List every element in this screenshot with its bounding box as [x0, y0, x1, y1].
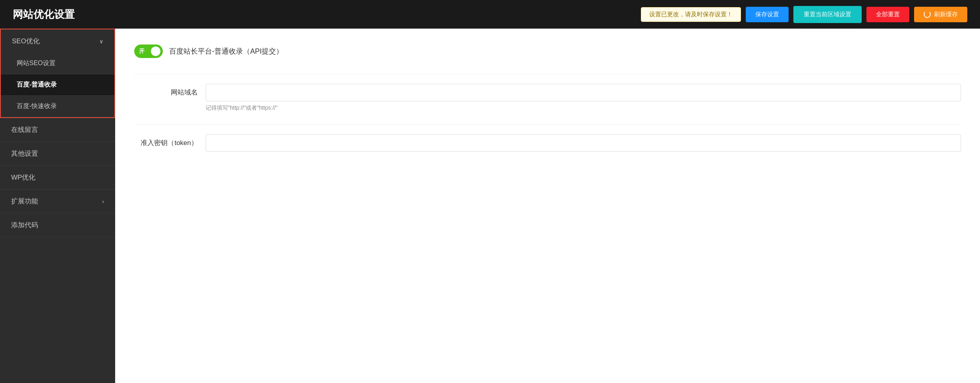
toggle-row: 开 百度站长平台-普通收录（API提交） — [134, 44, 961, 58]
refresh-icon — [924, 11, 931, 18]
token-input[interactable] — [206, 134, 961, 152]
chevron-down-icon: ∨ — [99, 38, 103, 44]
sidebar: SEO优化 ∨ 网站SEO设置 百度-普通收录 百度-快速收录 在线留言 其他设… — [0, 29, 115, 383]
divider — [134, 74, 961, 74]
save-button[interactable]: 保存设置 — [746, 7, 789, 22]
divider-2 — [134, 124, 961, 125]
sidebar-item-extend[interactable]: 扩展功能 › — [0, 190, 115, 213]
sidebar-item-seo-settings[interactable]: 网站SEO设置 — [1, 53, 114, 74]
form-row-domain: 网站域名 记得填写"http://"或者"https://" — [134, 84, 961, 112]
refresh-cache-button[interactable]: 刷新缓存 — [914, 7, 967, 22]
domain-input[interactable] — [206, 84, 961, 101]
sidebar-item-seo-label: SEO优化 — [12, 37, 40, 46]
label-domain: 网站域名 — [134, 84, 198, 97]
sidebar-item-wp[interactable]: WP优化 — [0, 166, 115, 190]
header-actions: 设置已更改，请及时保存设置！ 保存设置 重置当前区域设置 全部重置 刷新缓存 — [641, 6, 967, 23]
label-token: 准入密钥（token） — [134, 134, 198, 147]
toggle-switch[interactable]: 开 — [134, 44, 163, 58]
reset-all-button[interactable]: 全部重置 — [866, 7, 909, 22]
chevron-right-icon: › — [102, 198, 104, 205]
form-row-token: 准入密钥（token） — [134, 134, 961, 152]
layout: SEO优化 ∨ 网站SEO设置 百度-普通收录 百度-快速收录 在线留言 其他设… — [0, 29, 980, 383]
toggle-knob — [151, 46, 160, 56]
header: 网站优化设置 设置已更改，请及时保存设置！ 保存设置 重置当前区域设置 全部重置… — [0, 0, 980, 29]
token-field-wrap — [206, 134, 961, 152]
page-title: 网站优化设置 — [13, 8, 75, 21]
sidebar-item-message[interactable]: 在线留言 — [0, 118, 115, 142]
sidebar-group-seo: SEO优化 ∨ 网站SEO设置 百度-普通收录 百度-快速收录 — [0, 29, 115, 118]
sidebar-item-other[interactable]: 其他设置 — [0, 142, 115, 166]
main-content: 开 百度站长平台-普通收录（API提交） 网站域名 记得填写"http://"或… — [115, 29, 980, 383]
domain-hint: 记得填写"http://"或者"https://" — [206, 104, 961, 112]
reset-section-button[interactable]: 重置当前区域设置 — [793, 6, 862, 23]
section-title: 百度站长平台-普通收录（API提交） — [169, 46, 283, 56]
domain-field-wrap: 记得填写"http://"或者"https://" — [206, 84, 961, 112]
sidebar-item-baidu-fast[interactable]: 百度-快速收录 — [1, 96, 114, 117]
toggle-on-label: 开 — [139, 48, 145, 55]
sidebar-item-seo[interactable]: SEO优化 ∨ — [1, 29, 114, 53]
sidebar-item-baidu-normal[interactable]: 百度-普通收录 — [1, 74, 114, 96]
header-notice: 设置已更改，请及时保存设置！ — [641, 7, 741, 22]
sidebar-item-add-code[interactable]: 添加代码 — [0, 213, 115, 237]
form-section: 网站域名 记得填写"http://"或者"https://" 准入密钥（toke… — [134, 84, 961, 152]
